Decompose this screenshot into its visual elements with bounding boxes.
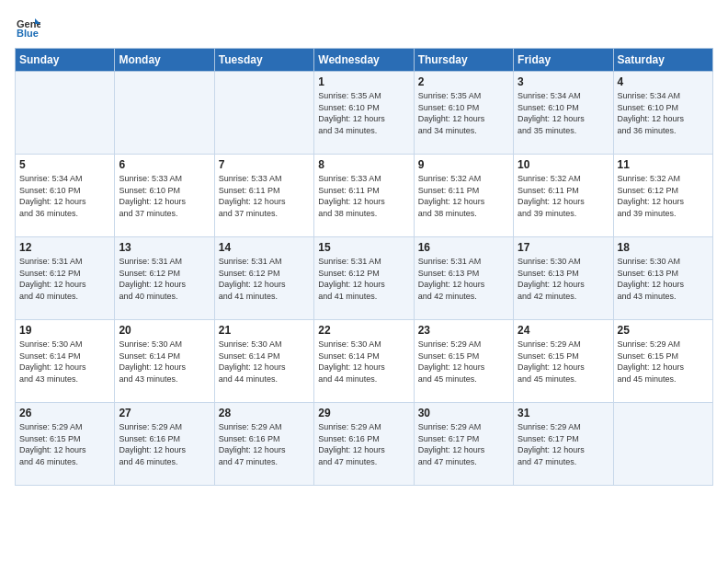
day-info: Sunrise: 5:29 AM Sunset: 6:15 PM Dayligh…: [618, 339, 709, 385]
day-number: 23: [418, 324, 509, 337]
weekday-header-tuesday: Tuesday: [214, 49, 313, 72]
day-info: Sunrise: 5:33 AM Sunset: 6:10 PM Dayligh…: [119, 173, 210, 219]
day-number: 26: [19, 407, 110, 419]
day-info: Sunrise: 5:30 AM Sunset: 6:14 PM Dayligh…: [119, 339, 210, 385]
calendar-cell: 2Sunrise: 5:35 AM Sunset: 6:10 PM Daylig…: [414, 72, 513, 155]
day-number: 29: [318, 407, 409, 419]
calendar-cell: 9Sunrise: 5:32 AM Sunset: 6:11 PM Daylig…: [414, 155, 513, 237]
header: General Blue: [15, 15, 713, 40]
weekday-header-saturday: Saturday: [613, 49, 712, 72]
day-number: 21: [219, 324, 310, 337]
day-info: Sunrise: 5:29 AM Sunset: 6:16 PM Dayligh…: [119, 421, 210, 467]
weekday-header-friday: Friday: [514, 49, 613, 72]
day-number: 24: [518, 324, 609, 337]
day-info: Sunrise: 5:30 AM Sunset: 6:14 PM Dayligh…: [19, 339, 110, 385]
day-number: 31: [518, 407, 609, 419]
day-info: Sunrise: 5:29 AM Sunset: 6:16 PM Dayligh…: [318, 421, 409, 467]
day-info: Sunrise: 5:32 AM Sunset: 6:11 PM Dayligh…: [418, 173, 509, 219]
calendar-cell: 11Sunrise: 5:32 AM Sunset: 6:12 PM Dayli…: [613, 155, 712, 237]
day-info: Sunrise: 5:34 AM Sunset: 6:10 PM Dayligh…: [518, 90, 609, 136]
day-info: Sunrise: 5:35 AM Sunset: 6:10 PM Dayligh…: [418, 90, 509, 136]
calendar-cell: 17Sunrise: 5:30 AM Sunset: 6:13 PM Dayli…: [514, 237, 613, 320]
day-info: Sunrise: 5:31 AM Sunset: 6:12 PM Dayligh…: [19, 256, 110, 302]
day-info: Sunrise: 5:31 AM Sunset: 6:12 PM Dayligh…: [119, 256, 210, 302]
day-info: Sunrise: 5:29 AM Sunset: 6:15 PM Dayligh…: [19, 421, 110, 467]
day-number: 20: [119, 324, 210, 337]
day-info: Sunrise: 5:30 AM Sunset: 6:14 PM Dayligh…: [219, 339, 310, 385]
day-number: 12: [19, 241, 110, 254]
calendar-cell: 12Sunrise: 5:31 AM Sunset: 6:12 PM Dayli…: [16, 237, 115, 320]
day-number: 30: [418, 407, 509, 419]
day-number: 25: [618, 324, 709, 337]
day-number: 17: [518, 241, 609, 254]
day-info: Sunrise: 5:29 AM Sunset: 6:17 PM Dayligh…: [418, 421, 509, 467]
day-number: 27: [119, 407, 210, 419]
day-number: 28: [219, 407, 310, 419]
calendar-cell: 25Sunrise: 5:29 AM Sunset: 6:15 PM Dayli…: [613, 320, 712, 403]
day-number: 10: [518, 158, 609, 171]
day-info: Sunrise: 5:30 AM Sunset: 6:14 PM Dayligh…: [318, 339, 409, 385]
day-number: 7: [219, 158, 310, 171]
day-info: Sunrise: 5:30 AM Sunset: 6:13 PM Dayligh…: [618, 256, 709, 302]
day-info: Sunrise: 5:34 AM Sunset: 6:10 PM Dayligh…: [19, 173, 110, 219]
calendar-cell: 8Sunrise: 5:33 AM Sunset: 6:11 PM Daylig…: [314, 155, 414, 237]
calendar-cell: 30Sunrise: 5:29 AM Sunset: 6:17 PM Dayli…: [414, 403, 513, 486]
day-info: Sunrise: 5:29 AM Sunset: 6:15 PM Dayligh…: [418, 339, 509, 385]
calendar-cell: 5Sunrise: 5:34 AM Sunset: 6:10 PM Daylig…: [16, 155, 115, 237]
calendar-cell: 23Sunrise: 5:29 AM Sunset: 6:15 PM Dayli…: [414, 320, 513, 403]
calendar-week-5: 26Sunrise: 5:29 AM Sunset: 6:15 PM Dayli…: [16, 403, 713, 486]
day-info: Sunrise: 5:30 AM Sunset: 6:13 PM Dayligh…: [518, 256, 609, 302]
day-number: 3: [518, 75, 609, 88]
calendar-week-3: 12Sunrise: 5:31 AM Sunset: 6:12 PM Dayli…: [16, 237, 713, 320]
day-info: Sunrise: 5:32 AM Sunset: 6:11 PM Dayligh…: [518, 173, 609, 219]
weekday-header-monday: Monday: [115, 49, 214, 72]
calendar-cell: 3Sunrise: 5:34 AM Sunset: 6:10 PM Daylig…: [514, 72, 613, 155]
calendar-cell: [214, 72, 313, 155]
calendar-cell: 19Sunrise: 5:30 AM Sunset: 6:14 PM Dayli…: [16, 320, 115, 403]
calendar-cell: 31Sunrise: 5:29 AM Sunset: 6:17 PM Dayli…: [514, 403, 613, 486]
day-info: Sunrise: 5:33 AM Sunset: 6:11 PM Dayligh…: [219, 173, 310, 219]
calendar-cell: 18Sunrise: 5:30 AM Sunset: 6:13 PM Dayli…: [613, 237, 712, 320]
day-info: Sunrise: 5:31 AM Sunset: 6:12 PM Dayligh…: [318, 256, 409, 302]
calendar-cell: 27Sunrise: 5:29 AM Sunset: 6:16 PM Dayli…: [115, 403, 214, 486]
calendar-cell: 1Sunrise: 5:35 AM Sunset: 6:10 PM Daylig…: [314, 72, 414, 155]
day-info: Sunrise: 5:29 AM Sunset: 6:17 PM Dayligh…: [518, 421, 609, 467]
calendar-cell: 20Sunrise: 5:30 AM Sunset: 6:14 PM Dayli…: [115, 320, 214, 403]
calendar-cell: 7Sunrise: 5:33 AM Sunset: 6:11 PM Daylig…: [214, 155, 313, 237]
svg-text:Blue: Blue: [17, 28, 39, 39]
calendar-cell: 15Sunrise: 5:31 AM Sunset: 6:12 PM Dayli…: [314, 237, 414, 320]
calendar-cell: [115, 72, 214, 155]
day-number: 11: [618, 158, 709, 171]
calendar-cell: 16Sunrise: 5:31 AM Sunset: 6:13 PM Dayli…: [414, 237, 513, 320]
day-number: 18: [618, 241, 709, 254]
day-number: 19: [19, 324, 110, 337]
calendar-week-2: 5Sunrise: 5:34 AM Sunset: 6:10 PM Daylig…: [16, 155, 713, 237]
day-number: 6: [119, 158, 210, 171]
calendar-cell: 29Sunrise: 5:29 AM Sunset: 6:16 PM Dayli…: [314, 403, 414, 486]
day-info: Sunrise: 5:29 AM Sunset: 6:16 PM Dayligh…: [219, 421, 310, 467]
day-number: 16: [418, 241, 509, 254]
calendar-week-4: 19Sunrise: 5:30 AM Sunset: 6:14 PM Dayli…: [16, 320, 713, 403]
logo-icon: General Blue: [15, 15, 40, 40]
day-info: Sunrise: 5:33 AM Sunset: 6:11 PM Dayligh…: [318, 173, 409, 219]
calendar-cell: 10Sunrise: 5:32 AM Sunset: 6:11 PM Dayli…: [514, 155, 613, 237]
calendar-cell: [613, 403, 712, 486]
calendar-cell: 13Sunrise: 5:31 AM Sunset: 6:12 PM Dayli…: [115, 237, 214, 320]
day-info: Sunrise: 5:32 AM Sunset: 6:12 PM Dayligh…: [618, 173, 709, 219]
logo: General Blue: [15, 15, 44, 40]
day-number: 9: [418, 158, 509, 171]
day-info: Sunrise: 5:31 AM Sunset: 6:12 PM Dayligh…: [219, 256, 310, 302]
calendar-cell: 22Sunrise: 5:30 AM Sunset: 6:14 PM Dayli…: [314, 320, 414, 403]
calendar-week-1: 1Sunrise: 5:35 AM Sunset: 6:10 PM Daylig…: [16, 72, 713, 155]
weekday-header-thursday: Thursday: [414, 49, 513, 72]
day-number: 14: [219, 241, 310, 254]
day-number: 15: [318, 241, 409, 254]
day-number: 4: [618, 75, 709, 88]
calendar-cell: [16, 72, 115, 155]
day-number: 5: [19, 158, 110, 171]
day-number: 8: [318, 158, 409, 171]
calendar-cell: 6Sunrise: 5:33 AM Sunset: 6:10 PM Daylig…: [115, 155, 214, 237]
calendar-cell: 28Sunrise: 5:29 AM Sunset: 6:16 PM Dayli…: [214, 403, 313, 486]
day-info: Sunrise: 5:29 AM Sunset: 6:15 PM Dayligh…: [518, 339, 609, 385]
day-info: Sunrise: 5:34 AM Sunset: 6:10 PM Dayligh…: [618, 90, 709, 136]
